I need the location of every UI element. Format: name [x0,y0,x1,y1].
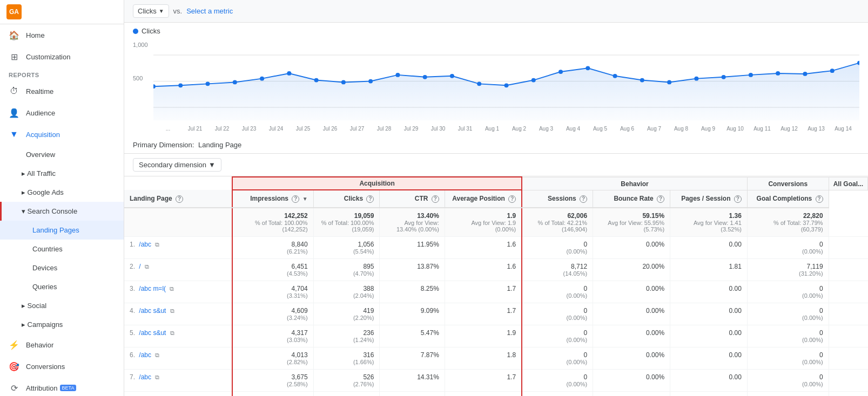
cell-sessions: 0 (0.00%) [522,303,593,325]
cell-clicks: 388 (2.04%) [313,281,380,303]
chart-svg [153,39,859,123]
secondary-dimension-button[interactable]: Secondary dimension ▼ [133,158,221,172]
th-goal-completions: Goal Completions ? [747,190,829,208]
info-icon: ? [176,195,183,203]
cell-ctr: 14.40% [380,391,445,396]
sidebar-item-attribution[interactable]: ⟳ Attribution BETA [0,377,124,396]
sidebar-item-realtime[interactable]: ⏱ Realtime [0,80,124,102]
x-label: Aug 8 [668,126,695,132]
sidebar-sub-queries[interactable]: Queries [0,277,124,296]
info-icon: ? [580,195,587,203]
sidebar-sub-countries[interactable]: Countries [0,240,124,258]
dropdown-arrow-icon: ▼ [159,8,164,14]
cell-bounce-rate: 0.00% [593,325,670,347]
cell-clicks: 519 (2.72%) [313,391,380,396]
copy-icon[interactable]: ⧉ [155,352,159,358]
th-landing-page: Landing Page ? [124,190,232,208]
sidebar-sub-all-traffic[interactable]: ▸ All Traffic [0,164,124,183]
x-label: Jul 29 [398,126,425,132]
cell-bounce-rate: 0.00% [593,303,670,325]
cell-pages-session: 0.00 [670,303,748,325]
x-label: Jul 21 [181,126,208,132]
landing-page-link[interactable]: /abc [139,241,151,248]
cell-landing-page: 6. /abc ⧉ [124,347,232,369]
secondary-dimension-bar: Secondary dimension ▼ [124,154,868,176]
landing-page-link[interactable]: /abc s&ut [139,307,166,315]
svg-point-17 [531,78,536,83]
landing-page-link[interactable]: /abc m=l( [139,285,166,292]
cell-impressions: 4,317 (3.03%) [232,325,313,347]
info-icon: ? [734,195,742,203]
x-label: Aug 11 [749,126,776,132]
cell-landing-page: 8. /sto ⧉ [124,391,232,396]
landing-page-link[interactable]: /abc [139,373,151,381]
x-label: Aug 6 [614,126,641,132]
landing-page-link[interactable]: /abc [139,351,151,359]
info-icon: ? [816,195,823,203]
svg-point-9 [314,78,319,83]
cell-sessions: 8,712 (14.05%) [522,258,593,281]
cell-ctr: 13.87% [380,258,445,281]
sidebar-sub-social[interactable]: ▸ Social [0,296,124,315]
svg-point-21 [640,78,644,83]
copy-icon[interactable]: ⧉ [155,241,159,248]
info-icon: ? [292,195,299,203]
cell-goal-completions: 7,119 (31.20%) [747,258,829,281]
sidebar-item-customization[interactable]: ⊞ Customization [0,46,124,67]
copy-icon[interactable]: ⧉ [170,308,174,314]
column-header-row: Landing Page ? Impressions ? ▼ Clicks ? … [124,190,868,208]
cell-pages-session: 0.00 [670,281,748,303]
cell-ctr: 7.87% [380,347,445,369]
table-row: 4. /abc s&ut ⧉ 4,609 (3.24%) 419 (2.20%)… [124,303,868,325]
legend-dot-icon [133,29,138,34]
svg-point-22 [667,80,671,85]
copy-icon[interactable]: ⧉ [145,263,149,270]
x-label: Aug 9 [695,126,722,132]
sidebar-sub-landing-pages[interactable]: Landing Pages [0,221,124,240]
empty-header [124,177,232,190]
cell-pages-session: 0.00 [670,369,748,391]
landing-page-link[interactable]: / [139,263,140,270]
th-ctr: CTR ? [380,190,445,208]
x-label: Jul 31 [452,126,479,132]
x-label: Aug 4 [560,126,587,132]
cell-impressions: 6,451 (4.53%) [232,258,313,281]
metric-dropdown[interactable]: Clicks ▼ [133,4,169,18]
x-label: Aug 14 [830,126,857,132]
dropdown-chevron-icon: ▼ [208,161,216,169]
svg-point-13 [423,75,427,79]
copy-icon[interactable]: ⧉ [155,374,159,380]
cell-avg-position: 1.7 [445,303,522,325]
th-bounce-rate: Bounce Rate ? [593,190,670,208]
cell-clicks: 1,056 (5.54%) [313,236,380,258]
landing-page-link[interactable]: /abc s&ut [139,329,166,337]
sidebar-item-acquisition[interactable]: ▼ Acquisition [0,124,124,145]
sidebar-item-behavior[interactable]: ⚡ Behavior [0,334,124,356]
total-sessions: 62,006 % of Total: 42.21% (146,904) [522,208,593,237]
cell-ctr: 14.31% [380,369,445,391]
realtime-icon: ⏱ [9,86,19,97]
svg-point-8 [287,71,291,76]
cell-clicks: 316 (1.66%) [313,347,380,369]
sort-icon[interactable]: ▼ [302,196,308,202]
sidebar-sub-search-console[interactable]: ▾ Search Console [0,202,124,221]
sidebar-sub-devices[interactable]: Devices [0,258,124,277]
sidebar-sub-overview[interactable]: Overview [0,145,124,164]
cell-pages-session: 1.81 [670,258,748,281]
sidebar-item-audience[interactable]: 👤 Audience [0,102,124,124]
svg-point-15 [477,81,481,86]
behavior-icon: ⚡ [9,339,19,350]
copy-icon[interactable]: ⧉ [170,285,174,292]
sidebar-sub-campaigns[interactable]: ▸ Campaigns [0,315,124,334]
cell-sessions: 0 (0.00%) [522,347,593,369]
sidebar-item-home[interactable]: 🏠 Home [0,24,124,46]
x-label: Aug 3 [533,126,560,132]
primary-dimension-bar: Primary Dimension: Landing Page [124,136,868,154]
sidebar-item-conversions[interactable]: 🎯 Conversions [0,356,124,377]
copy-icon[interactable]: ⧉ [170,330,174,336]
cell-clicks: 895 (4.70%) [313,258,380,281]
cell-landing-page: 3. /abc m=l( ⧉ [124,281,232,303]
select-metric-link[interactable]: Select a metric [186,7,233,15]
main-content: Clicks ▼ vs. Select a metric Clicks 1,00… [124,0,868,396]
sidebar-sub-google-ads[interactable]: ▸ Google Ads [0,183,124,202]
